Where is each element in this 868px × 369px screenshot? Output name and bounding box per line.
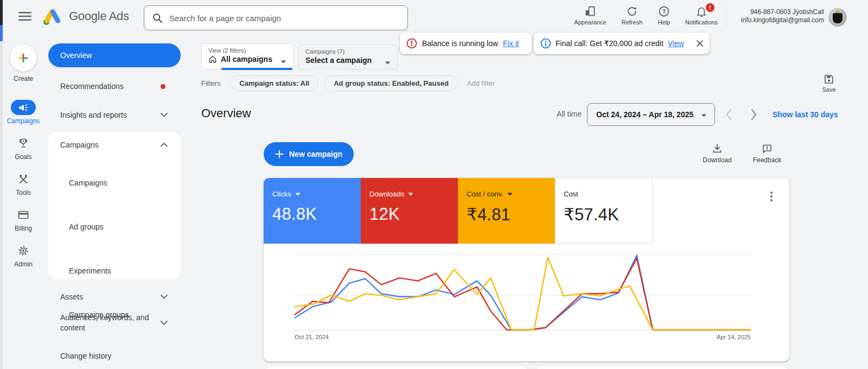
rail-admin-label: Admin <box>3 260 44 268</box>
new-campaign-button[interactable]: New campaign <box>264 142 354 166</box>
rail-goals-label: Goals <box>3 153 44 161</box>
balance-alert-toast: Balance is running low Fix it <box>400 33 532 54</box>
add-filter-button[interactable]: Add filter <box>467 79 495 87</box>
save-filters-button[interactable]: Save <box>817 74 841 93</box>
billing-card-icon <box>17 209 29 221</box>
google-ads-logo-icon <box>42 7 63 26</box>
fix-it-link[interactable]: Fix it <box>503 39 519 48</box>
nav-subitem-campaigns[interactable]: Campaigns <box>48 175 181 190</box>
ad-credit-toast: Final call: Get ₹20,000 ad credit View <box>534 33 710 54</box>
timeseries-chart[interactable] <box>295 250 751 336</box>
create-label: Create <box>3 75 44 82</box>
metric-label: Clicks <box>272 190 291 198</box>
recommendations-alert-dot <box>161 84 165 89</box>
filters-row: Filters Campaign status: AllAd group sta… <box>201 75 495 91</box>
download-icon <box>712 143 723 154</box>
notifications-button[interactable]: ! Notifications <box>681 5 722 26</box>
nav-item-insights-reports[interactable]: Insights and reports <box>48 107 181 123</box>
nav-campaigns-group-label: Campaigns <box>60 141 99 149</box>
appearance-label: Appearance <box>570 19 611 26</box>
metric-card-cost[interactable]: Cost₹57.4K <box>555 178 653 244</box>
megaphone-icon <box>18 103 29 112</box>
nav-assets-label: Assets <box>60 292 83 301</box>
nav-item-assets[interactable]: Assets <box>48 289 181 304</box>
account-phone: 946-887-0803 JyotishCall <box>733 8 824 16</box>
nav-audiences-label: Audiences, keywords, and content <box>60 313 156 333</box>
date-next-chevron[interactable] <box>750 109 757 123</box>
filter-chip-1[interactable]: Ad group status: Enabled, Paused <box>324 75 458 91</box>
nav-item-audiences[interactable]: Audiences, keywords, and content <box>48 309 181 336</box>
feedback-label: Feedback <box>748 156 787 164</box>
svg-text:?: ? <box>662 8 666 15</box>
nav-item-change-history[interactable]: Change history <box>48 348 181 364</box>
view-credit-link[interactable]: View <box>668 39 684 48</box>
chevron-down-icon <box>161 321 168 325</box>
date-scope-label: All time <box>542 110 582 118</box>
nav-overview-label: Overview <box>60 51 92 60</box>
x-axis-end-label: Apr 14, 2025 <box>717 334 751 340</box>
caret-down-icon <box>295 193 301 196</box>
metric-card-clicks[interactable]: Clicks48.8K <box>264 178 361 244</box>
help-label: Help <box>643 19 685 26</box>
campaign-selector-caption: Campaigns (7) <box>299 45 397 55</box>
rail-item-billing[interactable]: Billing <box>3 207 44 232</box>
metric-card-downloads[interactable]: Downloads12K <box>361 178 458 244</box>
rail-item-tools[interactable]: Tools <box>3 171 44 196</box>
caret-down-icon <box>280 56 286 66</box>
notifications-label: Notifications <box>681 19 722 26</box>
topbar-divider <box>726 7 727 26</box>
kebab-menu-icon[interactable] <box>767 191 776 202</box>
nav-item-campaigns-group[interactable]: Campaigns <box>48 137 181 152</box>
nav-item-recommendations[interactable]: Recommendations <box>48 79 181 94</box>
plus-icon <box>275 150 284 158</box>
chevron-down-icon <box>161 295 168 299</box>
view-selector-dropdown[interactable]: View (2 filters) All campaigns <box>201 43 293 69</box>
date-prev-chevron[interactable] <box>725 109 732 123</box>
create-button[interactable] <box>10 44 37 72</box>
metric-strip: Clicks48.8KDownloads12KCost / conv.₹4.81… <box>264 178 653 244</box>
metric-value: 48.8K <box>272 205 361 224</box>
account-email: info.kingofdigital@gmail.com <box>733 16 824 24</box>
download-label: Download <box>698 156 737 164</box>
chevron-down-icon <box>161 113 168 117</box>
view-selector-value: All campaigns <box>221 55 272 63</box>
caret-down-icon <box>701 110 707 119</box>
nav-subitem-ad-groups[interactable]: Ad groups <box>48 219 181 234</box>
refresh-icon <box>626 5 638 17</box>
nav-subitem-experiments[interactable]: Experiments <box>48 263 181 278</box>
download-button[interactable]: Download <box>698 143 737 164</box>
google-ads-logo[interactable]: Google Ads <box>42 7 129 26</box>
date-range-picker[interactable]: Oct 24, 2024 – Apr 18, 2025 <box>587 103 715 126</box>
help-icon: ? <box>658 5 670 17</box>
metric-value: ₹4.81 <box>467 205 555 225</box>
rail-campaigns-label: Campaigns <box>3 117 44 125</box>
show-last-30-days-link[interactable]: Show last 30 days <box>773 110 838 119</box>
rail-item-goals[interactable]: Goals <box>3 136 44 161</box>
nav-change-history-label: Change history <box>60 352 111 360</box>
close-icon[interactable] <box>695 39 704 48</box>
nav-item-overview[interactable]: Overview <box>48 43 181 67</box>
rail-item-admin[interactable]: Admin <box>3 243 44 268</box>
selected-view-indicator <box>221 68 292 70</box>
overview-chart-card: Clicks48.8KDownloads12KCost / conv.₹4.81… <box>264 178 789 361</box>
appearance-button[interactable]: Appearance <box>570 5 611 26</box>
avatar[interactable] <box>828 8 847 27</box>
save-label: Save <box>817 86 841 93</box>
create-plus-icon <box>16 51 30 65</box>
campaigns-sub-list: CampaignsAd groupsExperimentsCampaign gr… <box>48 161 181 264</box>
rail-item-campaigns[interactable]: Campaigns <box>3 100 44 125</box>
caret-down-icon <box>385 57 391 67</box>
help-button[interactable]: ? Help <box>643 5 685 26</box>
global-search[interactable] <box>144 5 408 30</box>
account-info: 946-887-0803 JyotishCall info.kingofdigi… <box>733 8 824 24</box>
feedback-button[interactable]: Feedback <box>748 143 787 164</box>
menu-hamburger-icon[interactable] <box>18 10 32 23</box>
search-input[interactable] <box>169 14 375 23</box>
caret-down-icon <box>408 193 413 196</box>
balance-alert-text: Balance is running low <box>422 39 498 48</box>
rail-tools-label: Tools <box>3 189 44 196</box>
filter-chip-0[interactable]: Campaign status: All <box>230 75 318 91</box>
campaign-selector-dropdown[interactable]: Campaigns (7) Select a campaign <box>298 44 398 69</box>
nav-recommendations-label: Recommendations <box>60 82 124 91</box>
metric-card-cost-conv[interactable]: Cost / conv.₹4.81 <box>458 178 555 244</box>
